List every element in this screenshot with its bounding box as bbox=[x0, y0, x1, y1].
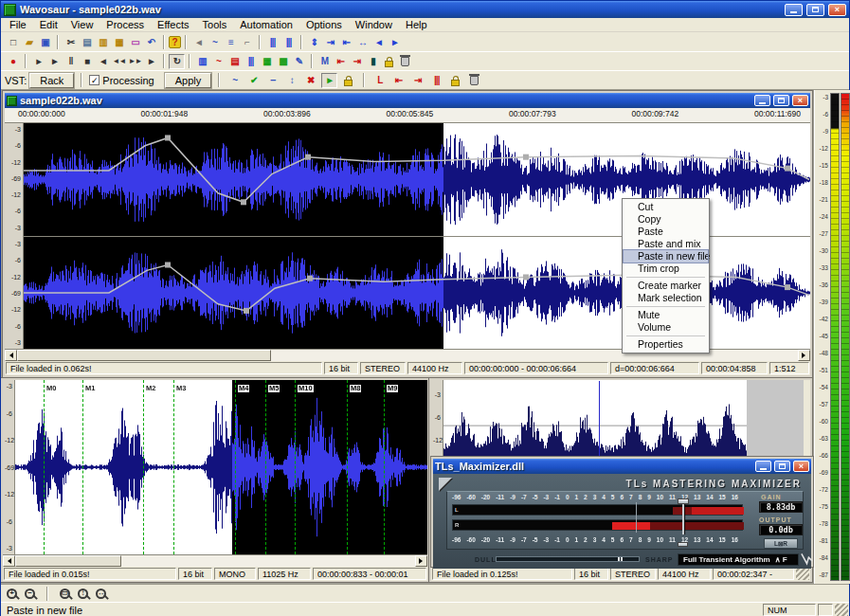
scrollbar-thumb[interactable] bbox=[17, 350, 271, 361]
menu-edit[interactable]: Edit bbox=[33, 19, 64, 30]
app-maximize-button[interactable] bbox=[806, 4, 824, 16]
menu-effects[interactable]: Effects bbox=[151, 19, 195, 30]
plugin-titlebar[interactable]: TLs_Maximizer.dll × bbox=[433, 459, 811, 474]
wave-zoom-in-icon[interactable]: ||| bbox=[264, 34, 280, 49]
scroll-right-button[interactable] bbox=[415, 555, 427, 567]
main-window-titlebar[interactable]: sample022b.wav × bbox=[5, 93, 810, 108]
envelope-curve-icon[interactable]: ~ bbox=[226, 73, 243, 88]
zoom-vertical-icon[interactable]: ↕ bbox=[78, 589, 88, 599]
go-start-icon[interactable]: ◄ bbox=[95, 54, 111, 69]
marker-gate-icon[interactable]: ▮ bbox=[365, 54, 381, 69]
channel-link-button[interactable]: L⊠R bbox=[764, 538, 798, 549]
app-close-button[interactable]: × bbox=[828, 4, 846, 16]
resize-grip[interactable] bbox=[796, 568, 809, 580]
scrollbar-thumb[interactable] bbox=[15, 555, 121, 567]
main-minimize-button[interactable] bbox=[754, 95, 770, 106]
menu-options[interactable]: Options bbox=[299, 19, 349, 30]
zoom-horizontal-icon[interactable]: ↔ bbox=[96, 589, 106, 599]
marker-out-icon[interactable]: ⇥ bbox=[349, 54, 365, 69]
zoom-in-horizontal-icon[interactable]: ⇥ bbox=[322, 34, 338, 49]
save-icon[interactable]: ▣ bbox=[37, 34, 53, 49]
markers-horizontal-scrollbar[interactable] bbox=[3, 554, 427, 567]
envelope-points-icon[interactable]: ↕ bbox=[283, 73, 299, 88]
open-folder-icon[interactable]: ▰ bbox=[21, 34, 37, 49]
plugin-close-button[interactable]: × bbox=[793, 461, 809, 472]
scrollbar-track[interactable] bbox=[271, 350, 798, 361]
envelope-delete-icon[interactable]: ✖ bbox=[302, 73, 318, 88]
timeline-ruler[interactable]: 00:00:00:00000:00:01:94800:00:03:89600:0… bbox=[5, 108, 810, 123]
main-maximize-button[interactable] bbox=[773, 95, 789, 106]
envelope-lock-icon[interactable] bbox=[340, 73, 356, 88]
context-menu-item[interactable]: Mute bbox=[624, 309, 708, 321]
speaker-icon[interactable]: ◄ bbox=[190, 34, 207, 49]
selection-icon[interactable]: ▭ bbox=[127, 34, 143, 49]
paste-special-icon[interactable]: ▦ bbox=[111, 34, 127, 49]
zoom-vertical-icon[interactable]: ⇕ bbox=[306, 34, 322, 49]
menu-view[interactable]: View bbox=[64, 19, 100, 30]
play-icon[interactable]: ► bbox=[46, 54, 63, 69]
stop-icon[interactable]: ■ bbox=[79, 54, 95, 69]
record-icon[interactable]: ● bbox=[5, 54, 21, 69]
envelope-dashed-icon[interactable]: ┄ bbox=[264, 73, 280, 88]
output-display[interactable]: 0.0db bbox=[759, 524, 803, 535]
envelope-icon[interactable]: ~ bbox=[210, 54, 226, 69]
processing-checkbox[interactable]: ✓ bbox=[89, 75, 99, 85]
loop-lock-icon[interactable] bbox=[447, 73, 463, 88]
context-menu-item[interactable]: Create marker bbox=[624, 280, 708, 292]
delete-markers-icon[interactable] bbox=[397, 54, 413, 69]
algorithm-dropdown[interactable]: Full Transient Algorithm ∧ F bbox=[678, 553, 799, 566]
context-menu-item[interactable]: Paste bbox=[624, 226, 708, 238]
node-edit2-icon[interactable]: ≡ bbox=[223, 34, 239, 49]
wave-zoom-out-icon[interactable]: ||| bbox=[280, 34, 297, 49]
envelope-show-icon[interactable]: ✔ bbox=[245, 73, 262, 88]
menu-process[interactable]: Process bbox=[99, 19, 151, 30]
zoom-fit-icon[interactable]: ↔ bbox=[354, 34, 371, 49]
scrollbar-track[interactable] bbox=[121, 555, 415, 567]
menu-window[interactable]: Window bbox=[349, 19, 399, 30]
context-menu-item[interactable]: Volume bbox=[624, 321, 708, 334]
gain-slider-handle[interactable] bbox=[678, 498, 689, 504]
main-close-button[interactable]: × bbox=[792, 95, 808, 106]
go-next-icon[interactable]: ► bbox=[387, 34, 403, 49]
context-menu-item[interactable]: Paste and mix bbox=[624, 238, 708, 250]
loop-playback-icon[interactable]: ↻ bbox=[169, 54, 185, 69]
new-file-icon[interactable]: □ bbox=[5, 34, 21, 49]
gain-display[interactable]: 8.83db bbox=[759, 501, 803, 513]
gain-slider-line[interactable] bbox=[682, 500, 684, 534]
vst-rack-button[interactable]: Rack bbox=[29, 73, 74, 88]
lock-markers-icon[interactable] bbox=[381, 54, 397, 69]
loop-in-icon[interactable]: ⇤ bbox=[390, 73, 407, 88]
waveform-mono[interactable] bbox=[15, 380, 427, 554]
context-menu-item[interactable]: Paste in new file bbox=[624, 250, 708, 263]
zoom-out-icon[interactable]: − bbox=[25, 589, 35, 599]
batch-icon[interactable]: ▩ bbox=[275, 54, 291, 69]
go-previous-icon[interactable]: ◄ bbox=[371, 34, 387, 49]
loop-delete-icon[interactable] bbox=[466, 73, 482, 88]
paste-new-file-icon[interactable]: ▥ bbox=[194, 54, 210, 69]
loop-out-icon[interactable]: ⇥ bbox=[409, 73, 425, 88]
sharpness-slider[interactable] bbox=[496, 556, 640, 562]
pencil-icon[interactable]: ✎ bbox=[291, 54, 307, 69]
scroll-left-button[interactable] bbox=[3, 555, 15, 567]
plugin-minimize-button[interactable] bbox=[755, 461, 771, 472]
forward-icon[interactable]: ►► bbox=[127, 54, 143, 69]
menu-automation[interactable]: Automation bbox=[233, 19, 299, 30]
zoom-in-icon[interactable]: + bbox=[7, 589, 17, 599]
gain-slider-handle-bottom[interactable] bbox=[678, 542, 688, 547]
scroll-right-button[interactable] bbox=[798, 350, 810, 361]
rewind-icon[interactable]: ◄◄ bbox=[111, 54, 127, 69]
menu-help[interactable]: Help bbox=[399, 19, 434, 30]
context-menu-item[interactable]: Properties bbox=[624, 338, 708, 351]
scroll-left-button[interactable] bbox=[5, 350, 17, 361]
context-menu-item[interactable]: Cut bbox=[624, 201, 708, 213]
zoom-out-horizontal-icon[interactable]: ⇤ bbox=[338, 34, 354, 49]
loop-wave-icon[interactable]: ||| bbox=[428, 73, 444, 88]
sharpness-handle[interactable] bbox=[618, 557, 624, 561]
context-menu-item[interactable]: Mark selection bbox=[624, 292, 708, 304]
preset-corner-icon[interactable] bbox=[439, 478, 452, 491]
menu-tools[interactable]: Tools bbox=[196, 19, 234, 30]
context-menu-item[interactable]: Copy bbox=[624, 213, 708, 226]
wrench-icon[interactable]: ⌐ bbox=[239, 34, 255, 49]
copy-mix-icon[interactable]: ▤ bbox=[226, 54, 243, 69]
help-icon[interactable]: ? bbox=[169, 36, 181, 48]
